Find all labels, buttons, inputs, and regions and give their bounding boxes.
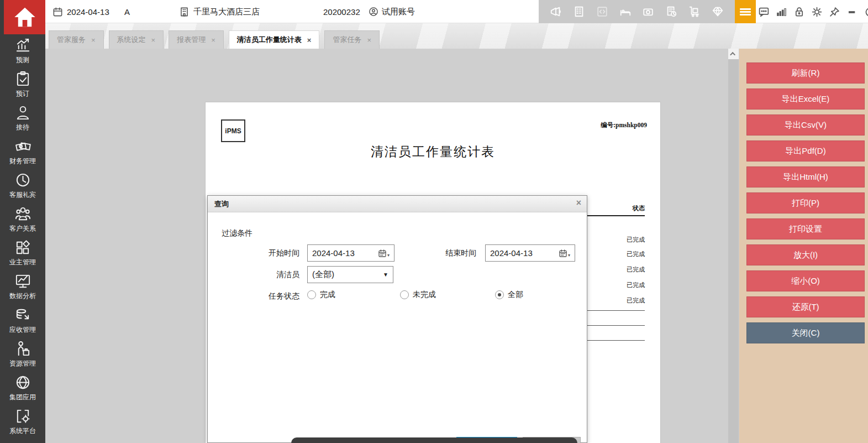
megaphone-icon[interactable] [550,6,562,18]
tab-housekeeping-task[interactable]: 管家任务× [324,30,380,49]
export-pdf-button[interactable]: 导出Pdf(D) [746,140,865,161]
sidebar-item-forecast[interactable]: 预测 [0,37,45,70]
sidebar-item-label: 接待 [16,123,29,132]
sidebar-item-group-app[interactable]: 集团应用 [0,374,45,408]
code-icon[interactable] [596,6,608,18]
tab-cleaner-workload-report[interactable]: 清洁员工作量统计表× [229,30,320,49]
radio-icon[interactable] [495,290,504,299]
row-status: 已完成 [627,250,645,258]
sidebar-item-receivable[interactable]: 应收管理 [0,306,45,340]
left-sidebar: 预测 预订 接待 财务管理 客服礼宾 客户关系 [0,0,45,443]
business-date[interactable]: 2024-04-13 [52,0,109,23]
tab-report-management[interactable]: 报表管理× [169,30,224,49]
vertical-scrollbar[interactable] [728,49,739,443]
start-time-input[interactable]: 2024-04-13 ▾ [307,244,394,262]
tab-close-icon[interactable]: × [211,36,215,44]
radio-incomplete[interactable]: 未完成 [400,290,436,300]
export-excel-button[interactable]: 导出Excel(E) [746,88,865,110]
concierge-clock-icon [14,171,31,189]
report-title: 清洁员工作量统计表 [206,143,660,160]
close-button[interactable]: 关闭(C) [746,322,865,343]
sidebar-item-finance[interactable]: 财务管理 [0,138,45,171]
print-setup-button[interactable]: 打印设置 [746,218,865,239]
group-globe-icon [14,374,31,391]
tab-housekeeping-service[interactable]: 管家服务× [49,30,104,49]
system-toolbar [758,0,868,23]
radio-icon[interactable] [400,290,409,299]
shift-indicator[interactable]: A [124,0,130,23]
diamond-icon[interactable] [712,6,724,18]
calendar-icon [52,7,63,17]
filter-section-label: 过滤条件 [222,228,252,238]
account-id: 20200232 [323,0,360,23]
signal-icon[interactable] [776,6,787,18]
cleaner-select[interactable]: (全部) ▼ [307,266,393,283]
user-icon [369,7,378,17]
sidebar-item-label: 数据分析 [9,291,36,301]
sidebar-item-booking[interactable]: 预订 [0,70,45,104]
calendar-dropdown-caret[interactable]: ▾ [568,253,570,258]
taskbar-edge-overlay[interactable] [291,437,577,443]
dialog-titlebar[interactable]: 查询 × [208,196,587,212]
sidebar-menu: 预测 预订 接待 财务管理 客服礼宾 客户关系 [0,37,45,441]
pushpin-icon[interactable] [829,6,840,18]
calendar-icon[interactable] [559,249,567,258]
sidebar-item-label: 客服礼宾 [9,190,36,200]
tab-close-icon[interactable]: × [91,36,96,44]
sidebar-item-label: 业主管理 [9,258,36,267]
sidebar-item-platform[interactable]: 系统平台 [0,408,45,441]
tab-close-icon[interactable]: × [367,36,371,44]
quick-toolbar [539,0,735,23]
building-icon[interactable] [573,6,585,18]
sidebar-item-label: 预订 [16,89,29,98]
end-time-input[interactable]: 2024-04-13 ▾ [485,244,575,262]
app-window: 预测 预订 接待 财务管理 客服礼宾 客户关系 [0,0,868,443]
reset-zoom-button[interactable]: 还原(T) [746,296,865,317]
crm-people-icon [14,205,31,222]
refresh-button[interactable]: 刷新(R) [746,62,865,84]
tab-system-settings[interactable]: 系统设定× [109,30,164,49]
home-button[interactable] [4,0,45,34]
home-icon [12,4,38,30]
report-code: 编号:pmshkp009 [601,121,647,129]
tab-close-icon[interactable]: × [151,36,156,44]
resource-traveler-icon [14,340,31,357]
zoom-out-button[interactable]: 缩小(O) [746,270,865,291]
row-status: 已完成 [627,265,645,274]
sidebar-item-owner[interactable]: 业主管理 [0,239,45,273]
sidebar-item-concierge[interactable]: 客服礼宾 [0,171,45,205]
minimize-icon[interactable] [846,6,858,18]
hotel-selector[interactable]: 千里马大酒店三店 [179,0,260,23]
sidebar-item-resource[interactable]: 资源管理 [0,340,45,374]
sidebar-item-reception[interactable]: 接待 [0,104,45,138]
radio-icon[interactable] [307,290,316,299]
bed-icon[interactable] [619,6,632,18]
radio-complete[interactable]: 完成 [307,290,335,300]
account-badge[interactable]: 试用账号 [369,0,415,23]
radio-all[interactable]: 全部 [495,290,523,300]
report-actions-panel: 刷新(R) 导出Excel(E) 导出Csv(V) 导出Pdf(D) 导出Htm… [739,49,868,443]
lock-icon[interactable] [793,6,805,18]
sidebar-item-analytics[interactable]: 数据分析 [0,273,45,306]
report-clock-icon[interactable] [665,6,677,18]
export-csv-button[interactable]: 导出Csv(V) [746,114,865,135]
luggage-cart-icon[interactable] [688,6,701,18]
zoom-in-button[interactable]: 放大(I) [746,244,865,265]
chevron-down-icon: ▼ [383,272,388,278]
chat-icon[interactable] [758,6,770,18]
dialog-close-icon[interactable]: × [576,199,581,207]
sidebar-item-label: 应收管理 [9,325,36,335]
calendar-dropdown-caret[interactable]: ▾ [387,253,390,258]
forecast-icon [14,37,31,54]
export-html-button[interactable]: 导出Html(H) [746,166,865,187]
scroll-up-button[interactable] [728,49,739,59]
tab-close-icon[interactable]: × [307,36,312,44]
hamburger-menu-button[interactable] [735,0,756,23]
sidebar-item-crm[interactable]: 客户关系 [0,205,45,239]
power-icon[interactable] [864,6,868,18]
camera-icon[interactable] [642,6,654,18]
sidebar-item-label: 预测 [16,55,29,65]
print-button[interactable]: 打印(P) [746,192,865,213]
gear-icon[interactable] [811,6,823,18]
calendar-icon[interactable] [378,249,387,258]
